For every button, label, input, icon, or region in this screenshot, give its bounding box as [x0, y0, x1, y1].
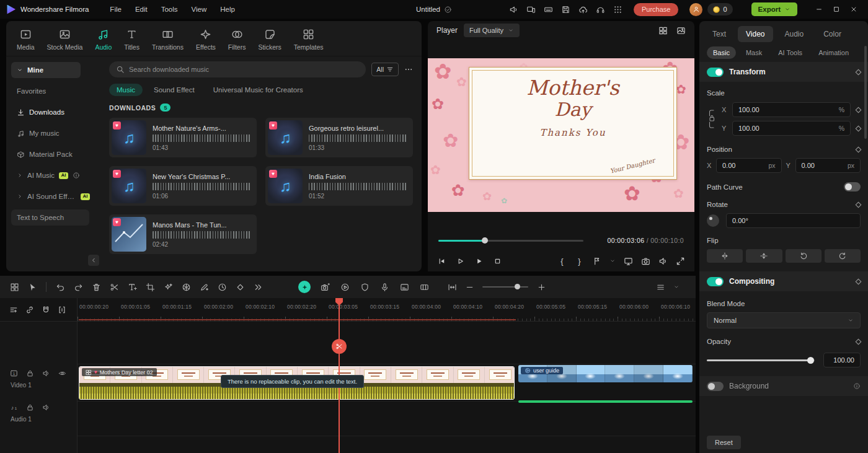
tab-stickers[interactable]: Stickers: [252, 25, 286, 55]
opacity-input[interactable]: 100.00: [823, 353, 861, 367]
redo-button[interactable]: [70, 279, 86, 295]
caret-down-button[interactable]: [609, 258, 616, 264]
tab-media[interactable]: Media: [11, 25, 40, 55]
progress-handle[interactable]: [482, 237, 488, 244]
zoom-handle[interactable]: [515, 284, 520, 289]
fit-timeline-button[interactable]: [444, 279, 460, 295]
caret-down-button[interactable]: [668, 279, 684, 295]
quality-select[interactable]: Full Quality: [464, 24, 520, 37]
layout-grid-button[interactable]: [6, 279, 22, 295]
rotate-ccw-button[interactable]: [786, 249, 822, 263]
opacity-slider[interactable]: [707, 359, 815, 361]
cursor-button[interactable]: [24, 279, 40, 295]
scale-x-input[interactable]: 100.00 %: [732, 102, 851, 117]
sidebar-item-text-to-speech[interactable]: Text to Speech: [11, 209, 89, 226]
coin-balance-badge[interactable]: 0: [707, 3, 732, 15]
subtab-basic[interactable]: Basic: [707, 46, 736, 59]
clock-button[interactable]: [214, 279, 230, 295]
speaker-button[interactable]: [658, 257, 668, 266]
ai-copilot-button[interactable]: [298, 281, 311, 293]
collapse-sidebar-button[interactable]: [88, 255, 99, 266]
music-card[interactable]: ♫♥India Fusion01:52: [265, 166, 413, 206]
shield-button[interactable]: [356, 279, 373, 295]
stop-button[interactable]: [493, 257, 502, 266]
undo-button[interactable]: [52, 279, 68, 295]
minus-button[interactable]: [461, 279, 477, 295]
plus-button[interactable]: [533, 279, 549, 295]
add-track-button[interactable]: [9, 306, 18, 314]
tab-transitions[interactable]: Transitions: [146, 25, 189, 55]
music-card[interactable]: ♫♥New Year's Christmas P...01:06: [109, 166, 257, 206]
sidebar-item-favorites[interactable]: Favorites: [11, 83, 95, 99]
titlebar-cloud-upload-button[interactable]: [578, 5, 588, 14]
category-tab-universal-music-for-creators[interactable]: Universal Music for Creators: [206, 84, 311, 96]
rotate-cw-button[interactable]: [825, 249, 861, 263]
minimize-button[interactable]: [811, 2, 827, 16]
sidebar-item-material-pack[interactable]: Material Pack: [11, 146, 95, 162]
monitor-button[interactable]: [624, 257, 633, 266]
crop-button[interactable]: [142, 279, 158, 295]
avatar[interactable]: [689, 3, 702, 16]
tab-audio[interactable]: Audio: [89, 25, 117, 55]
scale-link-lock-icon[interactable]: [707, 102, 717, 136]
magnet-button[interactable]: [42, 306, 50, 314]
text-add-button[interactable]: [124, 279, 140, 295]
playback-progress-bar[interactable]: [438, 240, 583, 242]
titlebar-keyboard-button[interactable]: [544, 5, 553, 14]
position-x-input[interactable]: 0.00 px: [716, 158, 782, 173]
mark-out-button[interactable]: }: [575, 257, 584, 266]
flip-v-button[interactable]: [746, 249, 782, 263]
menu-tools[interactable]: Tools: [155, 3, 184, 15]
play-badge-button[interactable]: [337, 279, 353, 295]
tab-filters[interactable]: Filters: [223, 25, 252, 55]
trash-button[interactable]: [88, 279, 104, 295]
link-button[interactable]: [25, 306, 34, 314]
rotate-keyframe-icon[interactable]: [856, 201, 862, 208]
marker-flag-button[interactable]: [592, 257, 601, 266]
sidebar-item-ai-sound-effect[interactable]: AI Sound EffectAI: [11, 188, 95, 205]
speaker-icon[interactable]: [42, 369, 50, 377]
filter-all-button[interactable]: All: [371, 63, 399, 76]
chevrons-right-button[interactable]: [250, 279, 266, 295]
rotate-input[interactable]: 0.00°: [726, 213, 861, 228]
eye-icon[interactable]: [58, 369, 66, 377]
menu-view[interactable]: View: [185, 3, 213, 15]
transform-keyframe-icon[interactable]: [856, 69, 862, 75]
auto-ripple-button[interactable]: [58, 306, 66, 314]
transform-toggle[interactable]: [707, 68, 724, 77]
background-toggle[interactable]: [707, 382, 724, 391]
opacity-handle[interactable]: [807, 357, 814, 364]
scale-x-keyframe-icon[interactable]: [856, 107, 862, 113]
tab-color[interactable]: Color: [815, 26, 849, 42]
timeline-ruler[interactable]: 00:00:00:2000:00:01:0500:00:01:1500:00:0…: [78, 298, 696, 322]
sidebar-item-my-music[interactable]: My music: [11, 125, 95, 141]
search-input[interactable]: [129, 66, 359, 73]
playhead-split-handle[interactable]: [332, 339, 347, 354]
scale-y-input[interactable]: 100.00 %: [732, 121, 851, 136]
menu-file[interactable]: File: [104, 3, 128, 15]
lock-icon[interactable]: [26, 403, 34, 411]
adjust-button[interactable]: [416, 279, 432, 295]
titlebar-device-link-button[interactable]: [526, 5, 536, 14]
info-icon[interactable]: [73, 172, 80, 179]
properties-scrollbar[interactable]: [864, 46, 867, 139]
tab-video[interactable]: Video: [738, 26, 773, 42]
menu-help[interactable]: Help: [214, 3, 241, 15]
sidebar-item-ai-music[interactable]: AI MusicAI: [11, 167, 95, 183]
category-tab-sound-effect[interactable]: Sound Effect: [146, 84, 202, 96]
play-outline-button[interactable]: [456, 257, 465, 266]
opacity-keyframe-icon[interactable]: [856, 338, 862, 345]
rotate-dial[interactable]: [707, 214, 719, 227]
subtitle-button[interactable]: [396, 279, 412, 295]
tab-text[interactable]: Text: [704, 26, 734, 42]
audio-badge-icon[interactable]: ♪1: [10, 403, 18, 411]
tab-templates[interactable]: Templates: [288, 25, 329, 55]
position-y-input[interactable]: 0.00 px: [795, 158, 861, 173]
list-button[interactable]: [652, 279, 668, 295]
titlebar-save-button[interactable]: [561, 5, 570, 14]
close-button[interactable]: [846, 2, 862, 16]
subtab-ai-tools[interactable]: AI Tools: [772, 46, 808, 59]
tab-effects[interactable]: Effects: [190, 25, 221, 55]
category-tab-music[interactable]: Music: [109, 84, 143, 96]
snapshot-button[interactable]: [317, 279, 333, 295]
